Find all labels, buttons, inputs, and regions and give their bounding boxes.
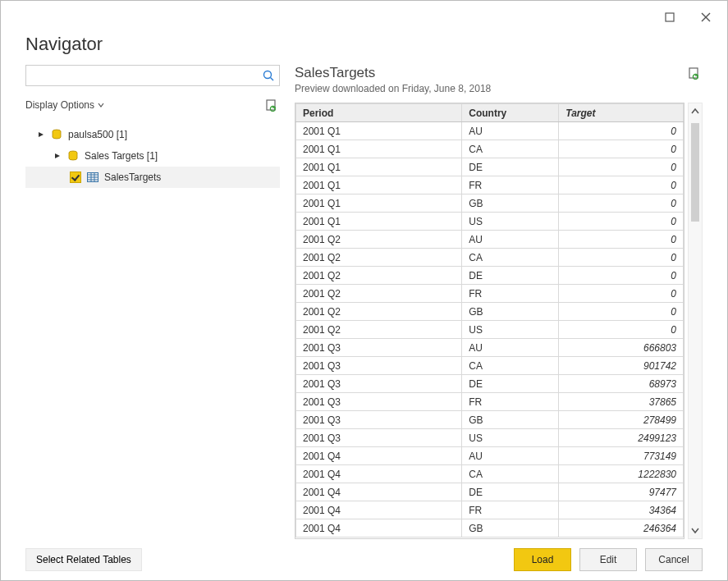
table-row[interactable]: 2001 Q2US0: [296, 321, 684, 339]
svg-rect-0: [666, 13, 674, 21]
table-row[interactable]: 2001 Q4FR34364: [296, 501, 684, 519]
expander-icon[interactable]: [37, 131, 45, 138]
cell-target: 0: [559, 321, 684, 339]
cell-target: 68973: [559, 375, 684, 393]
tree-node-folder[interactable]: Sales Targets [1]: [25, 145, 280, 167]
table-row[interactable]: 2001 Q3DE68973: [296, 375, 684, 393]
cell-country: GB: [462, 411, 559, 429]
edit-button[interactable]: Edit: [579, 548, 637, 571]
cell-country: CA: [462, 465, 559, 483]
svg-line-4: [271, 78, 274, 81]
table-row[interactable]: 2001 Q3GB278499: [296, 411, 684, 429]
column-header-country[interactable]: Country: [462, 104, 559, 122]
table-row[interactable]: 2001 Q3AU666803: [296, 339, 684, 357]
cell-period: 2001 Q1: [296, 158, 462, 176]
cell-period: 2001 Q2: [296, 231, 462, 249]
tree-checkbox[interactable]: [70, 172, 81, 183]
table-row[interactable]: 2001 Q4GB246364: [296, 519, 684, 538]
scroll-up-arrow[interactable]: [689, 103, 702, 120]
search-icon[interactable]: [263, 70, 274, 81]
table-row[interactable]: 2001 Q2GB0: [296, 303, 684, 321]
cell-period: 2001 Q4: [296, 483, 462, 501]
table-row[interactable]: 2001 Q3US2499123: [296, 429, 684, 447]
table-row[interactable]: 2001 Q2DE0: [296, 267, 684, 285]
cell-target: 97477: [559, 483, 684, 501]
cell-period: 2001 Q2: [296, 267, 462, 285]
table-row[interactable]: 2001 Q1US0: [296, 213, 684, 231]
search-box[interactable]: [25, 65, 280, 86]
cell-country: GB: [462, 519, 559, 538]
cancel-button[interactable]: Cancel: [645, 548, 703, 571]
cell-country: GB: [462, 194, 559, 213]
display-options-dropdown[interactable]: Display Options: [25, 99, 104, 111]
cell-country: US: [462, 321, 559, 339]
cell-period: 2001 Q2: [296, 321, 462, 339]
tree-node-label: SalesTargets: [104, 172, 161, 183]
cell-target: 0: [559, 303, 684, 321]
scroll-down-arrow[interactable]: [689, 522, 702, 538]
database-icon: [50, 128, 63, 141]
cell-period: 2001 Q3: [296, 339, 462, 357]
table-header-row: Period Country Target: [296, 104, 684, 122]
table-row[interactable]: 2001 Q1DE0: [296, 158, 684, 176]
column-header-period[interactable]: Period: [296, 104, 462, 122]
select-related-tables-button[interactable]: Select Related Tables: [25, 548, 142, 571]
cell-target: 0: [559, 249, 684, 267]
cell-country: US: [462, 429, 559, 447]
cell-period: 2001 Q1: [296, 213, 462, 231]
table-row[interactable]: 2001 Q1CA0: [296, 140, 684, 158]
expander-icon[interactable]: [53, 153, 62, 159]
refresh-icon[interactable]: [263, 97, 280, 113]
cell-country: AU: [462, 339, 559, 357]
cell-period: 2001 Q4: [296, 501, 462, 519]
cell-period: 2001 Q2: [296, 285, 462, 303]
search-input[interactable]: [31, 66, 263, 85]
tree-node-table[interactable]: SalesTargets: [25, 167, 280, 188]
load-button[interactable]: Load: [514, 548, 571, 571]
titlebar: [1, 1, 727, 34]
preview-subtitle: Preview downloaded on Friday, June 8, 20…: [295, 83, 491, 94]
table-row[interactable]: 2001 Q3FR37865: [296, 393, 684, 411]
table-row[interactable]: 2001 Q1FR0: [296, 176, 684, 194]
display-options-label: Display Options: [25, 99, 94, 111]
scroll-thumb[interactable]: [691, 123, 699, 222]
column-header-target[interactable]: Target: [559, 104, 684, 122]
table-row[interactable]: 2001 Q4CA1222830: [296, 465, 684, 483]
cell-target: 37865: [559, 393, 684, 411]
table-row[interactable]: 2001 Q1GB0: [296, 194, 684, 213]
tree-node-database[interactable]: paulsa500 [1]: [25, 124, 280, 145]
cell-target: 2499123: [559, 429, 684, 447]
cell-country: CA: [462, 140, 559, 158]
vertical-scrollbar[interactable]: [688, 103, 703, 539]
preview-table-area[interactable]: Period Country Target 2001 Q1AU02001 Q1C…: [295, 103, 685, 539]
preview-pane: SalesTargets Preview downloaded on Frida…: [295, 65, 703, 539]
cell-target: 0: [559, 158, 684, 176]
cell-period: 2001 Q3: [296, 375, 462, 393]
table-row[interactable]: 2001 Q2FR0: [296, 285, 684, 303]
cell-target: 666803: [559, 339, 684, 357]
cell-target: 901742: [559, 357, 684, 375]
table-row[interactable]: 2001 Q4DE97477: [296, 483, 684, 501]
table-row[interactable]: 2001 Q3CA901742: [296, 357, 684, 375]
cell-target: 34364: [559, 501, 684, 519]
table-row[interactable]: 2001 Q2CA0: [296, 249, 684, 267]
cell-country: FR: [462, 285, 559, 303]
cell-target: 0: [559, 140, 684, 158]
cell-country: DE: [462, 158, 559, 176]
cell-period: 2001 Q3: [296, 411, 462, 429]
cell-country: AU: [462, 447, 559, 465]
cell-period: 2001 Q1: [296, 194, 462, 213]
cell-period: 2001 Q4: [296, 465, 462, 483]
cell-country: CA: [462, 249, 559, 267]
maximize-button[interactable]: [653, 5, 686, 30]
cell-period: 2001 Q2: [296, 249, 462, 267]
table-row[interactable]: 2001 Q2AU0: [296, 231, 684, 249]
navigator-tree[interactable]: paulsa500 [1] Sales Targets [1]: [25, 124, 280, 539]
chevron-down-icon: [98, 102, 104, 108]
cell-country: DE: [462, 483, 559, 501]
refresh-preview-icon[interactable]: [686, 65, 703, 81]
table-row[interactable]: 2001 Q1AU0: [296, 122, 684, 140]
table-row[interactable]: 2001 Q4AU773149: [296, 447, 684, 465]
close-button[interactable]: [689, 5, 722, 30]
tree-node-label: paulsa500 [1]: [68, 129, 127, 140]
